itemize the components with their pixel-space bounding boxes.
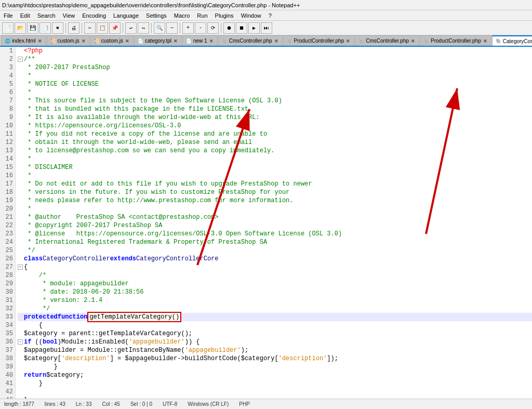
code-line-19[interactable]: * needs please refer to http://www.prest…: [18, 196, 532, 205]
copy-button[interactable]: 📋: [97, 22, 108, 34]
code-line-38[interactable]: $category['description'] = $appagebuilde…: [18, 354, 532, 363]
tab-close-cms2[interactable]: ✖: [410, 38, 416, 44]
line-number-6: 6: [0, 88, 15, 97]
code-line-8[interactable]: * that is bundled with this package in t…: [18, 105, 532, 113]
paste-button[interactable]: 📌: [109, 22, 121, 34]
fold-36[interactable]: -: [18, 339, 23, 345]
menu-encoding[interactable]: Encoding: [81, 12, 108, 19]
macro-stop-button[interactable]: ⏹: [236, 22, 247, 34]
code-line-25[interactable]: */: [18, 246, 532, 255]
menu-help[interactable]: ?: [267, 12, 273, 19]
menu-language[interactable]: Language: [112, 12, 140, 19]
code-line-30[interactable]: * date: 2018-06-20 21:38:56: [18, 288, 532, 296]
tab-category-tpl[interactable]: 📄 category.tpl ✖: [134, 35, 182, 46]
tab-product-ctrl-1[interactable]: 🐘 ProductController.php ✖: [283, 35, 355, 46]
menu-search[interactable]: Search: [36, 12, 57, 19]
tab-close-prod1[interactable]: ✖: [345, 38, 351, 44]
print-button[interactable]: 🖨: [68, 22, 79, 34]
code-line-14[interactable]: *: [18, 155, 532, 163]
tab-close-custom1[interactable]: ✖: [81, 38, 86, 44]
code-line-18[interactable]: * versions in the future. If you wish to…: [18, 188, 532, 196]
tab-product-ctrl-2[interactable]: 🐘 ProductController.php ✖: [420, 35, 491, 46]
sync-button[interactable]: ⟳: [207, 22, 219, 34]
code-line-21[interactable]: * @author PrestaShop SA <contact@prestas…: [18, 213, 532, 221]
tab-close-prod2[interactable]: ✖: [483, 38, 488, 44]
code-line-37[interactable]: $appagebuilder = Module::getInstanceByNa…: [18, 346, 532, 354]
menu-settings[interactable]: Settings: [144, 12, 168, 19]
code-line-31[interactable]: * version: 2.1.4: [18, 296, 532, 305]
code-line-41[interactable]: }: [18, 379, 532, 388]
code-line-1[interactable]: <?php: [18, 47, 532, 55]
save-button[interactable]: 💾: [27, 22, 38, 34]
code-line-13[interactable]: * to license@prestashop.com so we can se…: [18, 147, 532, 155]
code-line-42[interactable]: [18, 388, 532, 396]
open-button[interactable]: 📂: [15, 22, 26, 34]
code-line-40[interactable]: return $category;: [18, 371, 532, 379]
tab-custom-js-1[interactable]: 📜 custom.js ✖: [47, 35, 90, 46]
tab-new1[interactable]: 📄 new 1 ✖: [182, 35, 218, 46]
code-line-39[interactable]: }: [18, 363, 532, 371]
macro-run-button[interactable]: ⏭: [261, 22, 272, 34]
tab-close-cms1[interactable]: ✖: [274, 38, 279, 44]
code-line-7[interactable]: * This source file is subject to the Ope…: [18, 97, 532, 105]
tab-close-custom2[interactable]: ✖: [125, 38, 130, 44]
code-line-23[interactable]: * @license https://opensource.org/licens…: [18, 230, 532, 238]
tab-close-new1[interactable]: ✖: [209, 38, 214, 44]
undo-button[interactable]: ↩: [125, 22, 137, 34]
new-button[interactable]: 📄: [2, 22, 14, 34]
code-line-33[interactable]: protected function getTemplateVarCategor…: [18, 313, 532, 321]
status-lines: lines : 43: [45, 401, 65, 407]
code-line-20[interactable]: *: [18, 205, 532, 213]
redo-button[interactable]: ↪: [138, 22, 149, 34]
menu-edit[interactable]: Edit: [19, 12, 32, 19]
find-button[interactable]: 🔍: [154, 22, 165, 34]
code-area[interactable]: <?php-/** * 2007-2017 PrestaShop * * NOT…: [16, 47, 532, 399]
code-line-22[interactable]: * @copyright 2007-2017 PrestaShop SA: [18, 221, 532, 230]
save-all-button[interactable]: 📑: [39, 22, 51, 34]
code-line-35[interactable]: $category = parent::getTemplateVarCatego…: [18, 329, 532, 338]
code-line-11[interactable]: * If you did not receive a copy of the l…: [18, 130, 532, 138]
code-line-5[interactable]: * NOTICE OF LICENSE: [18, 80, 532, 88]
tab-close-cattpl[interactable]: ✖: [173, 38, 178, 44]
code-line-2[interactable]: -/**: [18, 55, 532, 63]
code-line-3[interactable]: * 2007-2017 PrestaShop: [18, 63, 532, 72]
menu-file[interactable]: File: [2, 12, 15, 19]
menu-view[interactable]: View: [61, 12, 77, 19]
code-line-12[interactable]: * obtain it through the world-wide-web, …: [18, 138, 532, 147]
cut-button[interactable]: ✂: [84, 22, 96, 34]
code-line-16[interactable]: *: [18, 171, 532, 180]
tab-close-index[interactable]: ✖: [37, 38, 43, 44]
code-line-36[interactable]: - if ((bool)Module::isEnabled('appagebui…: [18, 338, 532, 346]
code-line-6[interactable]: *: [18, 88, 532, 97]
tab-index-html[interactable]: 🌐 index.html ✖: [1, 35, 46, 46]
code-line-15[interactable]: * DISCLAIMER: [18, 163, 532, 171]
code-line-29[interactable]: * module: appagebuilder: [18, 280, 532, 288]
line-number-34: 34: [0, 321, 15, 329]
code-line-26[interactable]: class CategoryController extends Categor…: [18, 255, 532, 263]
menu-macro[interactable]: Macro: [172, 12, 192, 19]
code-line-17[interactable]: * Do not edit or add to this file if you…: [18, 180, 532, 188]
zoom-in-button[interactable]: +: [182, 22, 194, 34]
code-line-28[interactable]: /*: [18, 271, 532, 280]
fold-2[interactable]: -: [18, 57, 23, 62]
macro-record-button[interactable]: ⏺: [223, 22, 235, 34]
close-button[interactable]: ✖: [52, 22, 63, 34]
zoom-out-button[interactable]: -: [195, 22, 206, 34]
macro-play-button[interactable]: ▶: [248, 22, 260, 34]
code-line-27[interactable]: -{: [18, 263, 532, 271]
tab-cms-ctrl-1[interactable]: 🐘 CmsController.php ✖: [218, 35, 283, 46]
menu-plugins[interactable]: Plugins: [214, 12, 235, 19]
menu-window[interactable]: Window: [240, 12, 263, 19]
code-line-10[interactable]: * https://opensource.org/licenses/OSL-3.…: [18, 122, 532, 130]
code-line-4[interactable]: *: [18, 72, 532, 80]
replace-button[interactable]: ↔: [166, 22, 178, 34]
tab-custom-js-2[interactable]: 📜 custom.js ✖: [90, 35, 134, 46]
code-line-24[interactable]: * International Registered Trademark & P…: [18, 238, 532, 246]
code-line-43[interactable]: }: [18, 396, 532, 399]
tab-cms-ctrl-2[interactable]: 🐘 CmsController.php ✖: [355, 35, 419, 46]
menu-run[interactable]: Run: [195, 12, 209, 19]
code-line-9[interactable]: * It is also available through the world…: [18, 113, 532, 122]
fold-27[interactable]: -: [18, 265, 23, 270]
tab-category-ctrl[interactable]: 🐘 CategoryController.php ✖: [492, 35, 532, 46]
code-line-34[interactable]: {: [18, 321, 532, 329]
